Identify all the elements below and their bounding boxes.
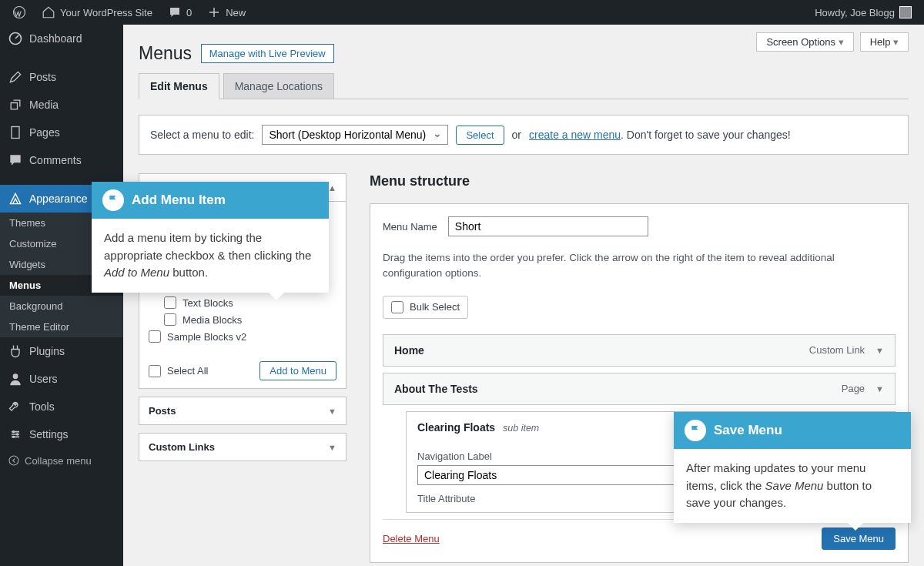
checkbox[interactable] xyxy=(391,301,403,313)
sidebar-item-media[interactable]: Media xyxy=(0,91,123,119)
menu-structure-heading: Menu structure xyxy=(370,173,909,189)
menu-select[interactable]: Short (Desktop Horizontal Menu) xyxy=(262,125,448,145)
metabox-custom-head[interactable]: Custom Links▼ xyxy=(139,434,346,461)
howdy-link[interactable]: Howdy, Joe Blogg xyxy=(808,0,918,25)
collapse-menu[interactable]: Collapse menu xyxy=(0,448,123,473)
create-new-menu-link[interactable]: create a new menu xyxy=(529,129,621,141)
avatar-icon xyxy=(899,6,912,18)
howdy-text: Howdy, Joe Blogg xyxy=(815,7,895,18)
page-item[interactable]: Media Blocks xyxy=(149,311,336,328)
manage-live-preview-button[interactable]: Manage with Live Preview xyxy=(201,44,334,63)
metabox-posts-head[interactable]: Posts▼ xyxy=(139,397,346,424)
svg-point-5 xyxy=(16,433,18,435)
sidebar-item-dashboard[interactable]: Dashboard xyxy=(0,25,123,52)
nav-tabs: Edit Menus Manage Locations xyxy=(139,73,909,99)
tab-manage-locations[interactable]: Manage Locations xyxy=(223,73,334,99)
select-tail: . Don't forget to save your changes! xyxy=(621,129,791,141)
help-button[interactable]: Help xyxy=(860,32,909,52)
new-label: New xyxy=(226,7,246,18)
admin-sidebar: Dashboard Posts Media Pages Comments App… xyxy=(0,25,123,566)
menu-name-input[interactable] xyxy=(448,216,648,236)
sidebar-item-tools[interactable]: Tools xyxy=(0,393,123,420)
submenu-background[interactable]: Background xyxy=(0,296,123,316)
comments-link[interactable]: 0 xyxy=(162,0,198,25)
add-to-menu-button[interactable]: Add to Menu xyxy=(259,361,336,380)
svg-point-3 xyxy=(13,373,18,379)
bulk-select[interactable]: Bulk Select xyxy=(383,296,468,319)
site-name: Your WordPress Site xyxy=(60,7,152,18)
checkbox[interactable] xyxy=(149,365,161,377)
sidebar-item-settings[interactable]: Settings xyxy=(0,420,123,448)
sidebar-item-comments[interactable]: Comments xyxy=(0,146,123,174)
select-menu-label: Select a menu to edit: xyxy=(150,129,254,141)
comments-count: 0 xyxy=(186,7,192,18)
sidebar-item-posts[interactable]: Posts xyxy=(0,63,123,91)
sidebar-item-pages[interactable]: Pages xyxy=(0,119,123,146)
submenu-theme-editor[interactable]: Theme Editor xyxy=(0,316,123,337)
metabox-custom-links: Custom Links▼ xyxy=(139,433,346,461)
callout-save-menu: Save Menu After making updates to your m… xyxy=(674,412,911,523)
svg-rect-2 xyxy=(12,127,19,139)
tab-edit-menus[interactable]: Edit Menus xyxy=(139,73,219,99)
delete-menu-link[interactable]: Delete Menu xyxy=(383,533,440,544)
menu-name-label: Menu Name xyxy=(383,221,437,233)
site-link[interactable]: Your WordPress Site xyxy=(35,0,159,25)
chevron-down-icon: ▼ xyxy=(875,384,884,394)
checkbox[interactable] xyxy=(164,296,176,309)
menu-item-about[interactable]: About The Tests Page ▼ xyxy=(383,373,896,405)
select-all[interactable]: Select All xyxy=(149,363,208,380)
screen-options-button[interactable]: Screen Options xyxy=(756,32,853,52)
checkbox[interactable] xyxy=(149,330,161,343)
svg-point-7 xyxy=(9,456,18,465)
new-link[interactable]: New xyxy=(201,0,252,25)
menu-select-row: Select a menu to edit: Short (Desktop Ho… xyxy=(139,115,909,155)
page-item[interactable]: Sample Blocks v2 xyxy=(149,328,336,345)
admin-bar: Your WordPress Site 0 New Howdy, Joe Blo… xyxy=(0,0,924,25)
metabox-posts: Posts▼ xyxy=(139,397,346,425)
checkbox[interactable] xyxy=(164,313,176,326)
svg-point-4 xyxy=(12,430,15,433)
flag-icon xyxy=(685,420,706,441)
svg-point-6 xyxy=(12,436,15,438)
wp-logo-icon[interactable] xyxy=(6,0,32,25)
menu-item-home[interactable]: Home Custom Link ▼ xyxy=(383,334,896,367)
page-item[interactable]: Text Blocks xyxy=(149,294,336,311)
chevron-down-icon: ▼ xyxy=(328,443,336,452)
chevron-down-icon: ▼ xyxy=(875,346,884,355)
drag-hint: Drag the items into the order you prefer… xyxy=(383,250,896,282)
select-button[interactable]: Select xyxy=(456,126,504,145)
or-text: or xyxy=(512,129,521,141)
callout-add-menu-item: Add Menu Item Add a menu item by ticking… xyxy=(92,182,329,293)
chevron-down-icon: ▼ xyxy=(328,407,336,416)
page-title: Menus xyxy=(139,43,192,64)
sidebar-item-users[interactable]: Users xyxy=(0,365,123,393)
sidebar-item-plugins[interactable]: Plugins xyxy=(0,337,123,365)
flag-icon xyxy=(102,189,124,211)
chevron-up-icon: ▲ xyxy=(328,183,336,193)
